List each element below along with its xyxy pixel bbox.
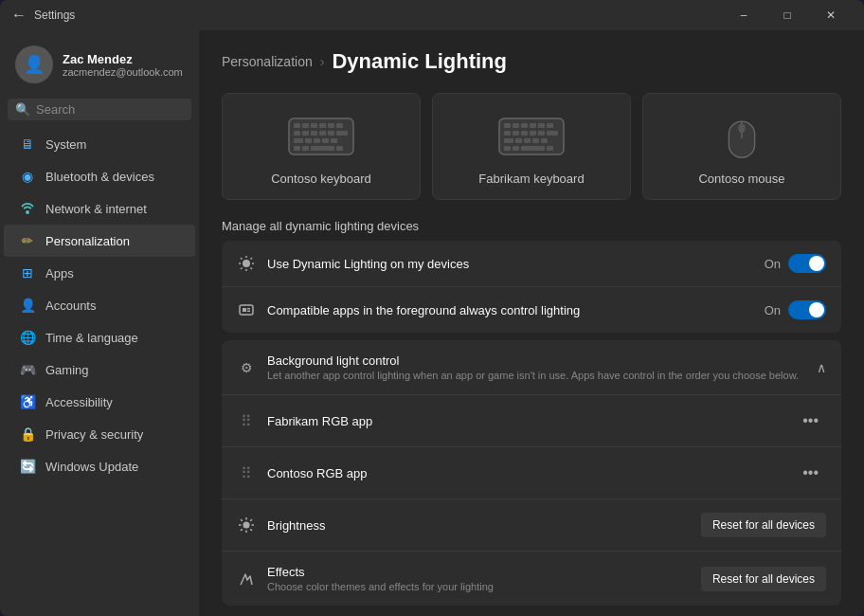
sidebar-item-personalization[interactable]: ✏ Personalization <box>4 225 195 257</box>
svg-line-54 <box>251 268 253 270</box>
svg-line-66 <box>241 519 243 521</box>
sidebar-item-update[interactable]: 🔄 Windows Update <box>4 450 195 482</box>
dynamic-lighting-icon <box>237 254 256 273</box>
fabrikam-more-button[interactable]: ••• <box>795 408 826 433</box>
svg-rect-30 <box>504 131 511 136</box>
fabrikam-app-content: Fabrikam RGB app <box>267 412 783 429</box>
back-button[interactable]: ← <box>11 7 27 24</box>
section-title: Manage all dynamic lighting devices <box>222 219 841 233</box>
accounts-icon: 👤 <box>19 297 36 314</box>
svg-rect-35 <box>547 131 558 136</box>
brightness-content: Brightness <box>267 516 690 534</box>
brightness-reset-button[interactable]: Reset for all devices <box>701 513 826 537</box>
svg-rect-60 <box>247 311 250 313</box>
sidebar-item-apps[interactable]: ⊞ Apps <box>4 257 195 289</box>
background-control-row[interactable]: ⚙ Background light control Let another a… <box>222 340 841 395</box>
sidebar-item-system[interactable]: 🖥 System <box>4 128 195 160</box>
drag-handle-contoso[interactable]: ⠿ <box>237 463 256 482</box>
svg-rect-11 <box>319 131 326 136</box>
sidebar-item-accounts[interactable]: 👤 Accounts <box>4 289 195 321</box>
svg-rect-17 <box>322 138 329 143</box>
sidebar-item-gaming[interactable]: 🎮 Gaming <box>4 353 195 386</box>
svg-rect-43 <box>521 146 545 151</box>
apps-icon: ⊞ <box>19 264 36 281</box>
svg-rect-37 <box>515 138 522 143</box>
svg-rect-22 <box>336 146 343 151</box>
svg-rect-6 <box>328 123 334 128</box>
minimize-button[interactable]: – <box>722 0 765 30</box>
svg-rect-10 <box>311 131 317 136</box>
sidebar: 👤 Zac Mendez zacmendez@outlook.com 🔍 🖥 S… <box>0 30 199 616</box>
device-card-contoso-mouse[interactable]: Contoso mouse <box>642 93 841 200</box>
brightness-row: Brightness Reset for all devices <box>222 499 841 552</box>
brightness-icon <box>237 516 256 534</box>
svg-rect-44 <box>547 146 553 151</box>
svg-rect-28 <box>538 123 545 128</box>
dynamic-lighting-state: On <box>765 257 781 271</box>
effects-reset-button[interactable]: Reset for all devices <box>701 567 826 591</box>
content-area: 👤 Zac Mendez zacmendez@outlook.com 🔍 🖥 S… <box>0 30 864 616</box>
dynamic-lighting-toggle[interactable] <box>788 254 826 273</box>
sidebar-item-label: Network & internet <box>45 202 147 216</box>
user-info: Zac Mendez zacmendez@outlook.com <box>63 52 183 78</box>
dynamic-lighting-label: Use Dynamic Lighting on my devices <box>267 257 469 271</box>
device-card-contoso-keyboard[interactable]: Contoso keyboard <box>222 93 421 200</box>
user-name: Zac Mendez <box>63 52 183 66</box>
background-control-content: Background light control Let another app… <box>267 353 805 381</box>
svg-rect-16 <box>314 138 320 143</box>
background-control-right: ∧ <box>817 360 826 375</box>
svg-rect-13 <box>336 131 348 136</box>
effects-content: Effects Choose color themes and effects … <box>267 565 690 592</box>
system-icon: 🖥 <box>19 136 36 153</box>
svg-point-48 <box>243 260 250 267</box>
brightness-label: Brightness <box>267 518 325 533</box>
avatar: 👤 <box>15 45 53 83</box>
svg-line-55 <box>251 258 253 260</box>
accessibility-icon: ♿ <box>19 393 36 410</box>
breadcrumb-current: Dynamic Lighting <box>332 49 507 74</box>
drag-handle-fabrikam[interactable]: ⠿ <box>237 411 256 430</box>
privacy-icon: 🔒 <box>19 426 36 443</box>
svg-rect-38 <box>524 138 531 143</box>
compatible-apps-content: Compatible apps in the foreground always… <box>267 301 753 318</box>
svg-line-53 <box>241 258 243 260</box>
fabrikam-app-label: Fabrikam RGB app <box>267 414 372 428</box>
svg-line-69 <box>241 529 243 531</box>
main-content: Personalization › Dynamic Lighting <box>199 30 864 616</box>
device-card-fabrikam-keyboard[interactable]: Fabrikam keyboard <box>432 93 631 200</box>
svg-line-68 <box>250 519 252 521</box>
svg-rect-25 <box>513 123 519 128</box>
contoso-app-row: ⠿ Contoso RGB app ••• <box>222 447 841 499</box>
effects-label: Effects <box>267 565 690 579</box>
search-input[interactable] <box>36 102 195 117</box>
svg-rect-21 <box>311 146 334 151</box>
compatible-apps-toggle[interactable] <box>788 300 826 319</box>
contoso-more-button[interactable]: ••• <box>795 461 826 485</box>
search-box[interactable]: 🔍 <box>8 99 191 120</box>
sidebar-item-time[interactable]: 🌐 Time & language <box>4 321 195 353</box>
window-title: Settings <box>34 9 75 22</box>
sidebar-item-label: Personalization <box>45 234 130 248</box>
svg-rect-8 <box>294 131 300 136</box>
window-controls: – □ ✕ <box>722 0 853 30</box>
search-icon: 🔍 <box>15 102 30 117</box>
svg-rect-7 <box>336 123 343 128</box>
sidebar-item-label: Time & language <box>45 331 138 345</box>
contoso-app-label: Contoso RGB app <box>267 466 368 480</box>
dynamic-lighting-control: On <box>765 254 826 273</box>
sidebar-item-network[interactable]: Network & internet <box>4 192 195 225</box>
breadcrumb-parent[interactable]: Personalization <box>222 54 313 69</box>
dynamic-lighting-content: Use Dynamic Lighting on my devices <box>267 255 753 272</box>
sidebar-item-accessibility[interactable]: ♿ Accessibility <box>4 386 195 418</box>
svg-rect-39 <box>532 138 539 143</box>
maximize-button[interactable]: □ <box>765 0 809 30</box>
contoso-app-content: Contoso RGB app <box>267 464 783 481</box>
close-button[interactable]: ✕ <box>809 0 853 30</box>
sidebar-item-bluetooth[interactable]: ◉ Bluetooth & devices <box>4 160 195 192</box>
device-cards: Contoso keyboard <box>222 93 841 200</box>
brightness-right: Reset for all devices <box>701 513 826 537</box>
effects-row: Effects Choose color themes and effects … <box>222 552 841 606</box>
user-email: zacmendez@outlook.com <box>63 66 183 78</box>
sidebar-item-privacy[interactable]: 🔒 Privacy & security <box>4 418 195 450</box>
compatible-apps-state: On <box>765 303 781 317</box>
